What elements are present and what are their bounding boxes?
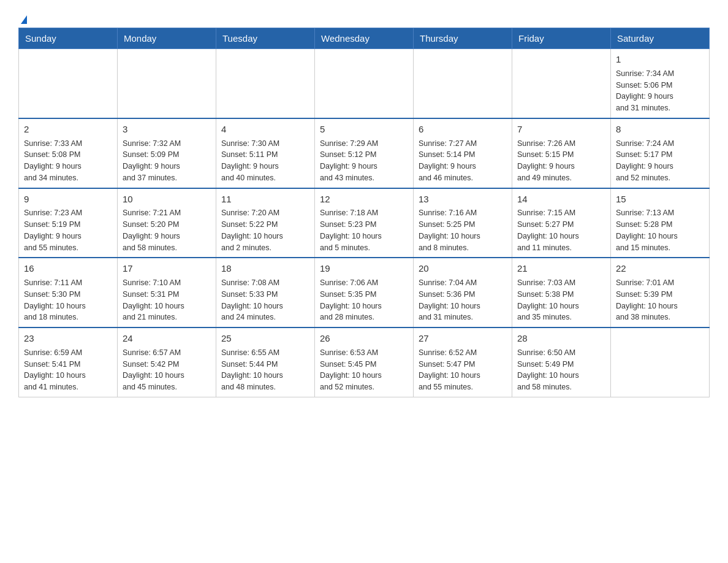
day-number: 24 xyxy=(123,332,211,345)
day-number: 28 xyxy=(517,332,605,345)
day-header-sunday: Sunday xyxy=(19,28,118,49)
day-info: Sunrise: 6:57 AM Sunset: 5:42 PM Dayligh… xyxy=(123,347,211,393)
calendar-cell: 9Sunrise: 7:23 AM Sunset: 5:19 PM Daylig… xyxy=(19,188,118,258)
calendar-cell: 19Sunrise: 7:06 AM Sunset: 5:35 PM Dayli… xyxy=(315,258,414,327)
calendar-cell: 14Sunrise: 7:15 AM Sunset: 5:27 PM Dayli… xyxy=(512,188,611,258)
calendar-cell: 4Sunrise: 7:30 AM Sunset: 5:11 PM Daylig… xyxy=(216,118,315,188)
calendar-header-row: SundayMondayTuesdayWednesdayThursdayFrid… xyxy=(19,28,710,49)
day-number: 7 xyxy=(517,123,605,136)
day-number: 17 xyxy=(123,262,211,275)
calendar-cell: 6Sunrise: 7:27 AM Sunset: 5:14 PM Daylig… xyxy=(414,118,512,188)
calendar-cell: 12Sunrise: 7:18 AM Sunset: 5:23 PM Dayli… xyxy=(315,188,414,258)
day-info: Sunrise: 7:03 AM Sunset: 5:38 PM Dayligh… xyxy=(517,277,605,323)
calendar-cell xyxy=(118,49,216,118)
calendar-week-row: 9Sunrise: 7:23 AM Sunset: 5:19 PM Daylig… xyxy=(19,188,710,258)
calendar-cell xyxy=(611,327,710,397)
day-number: 21 xyxy=(517,262,605,275)
day-info: Sunrise: 7:04 AM Sunset: 5:36 PM Dayligh… xyxy=(419,277,507,323)
calendar-table: SundayMondayTuesdayWednesdayThursdayFrid… xyxy=(18,28,710,397)
day-info: Sunrise: 7:33 AM Sunset: 5:08 PM Dayligh… xyxy=(24,138,112,184)
day-number: 18 xyxy=(221,262,309,275)
day-info: Sunrise: 7:18 AM Sunset: 5:23 PM Dayligh… xyxy=(320,207,408,253)
logo-text xyxy=(18,15,27,24)
calendar-cell xyxy=(512,49,611,118)
day-info: Sunrise: 6:52 AM Sunset: 5:47 PM Dayligh… xyxy=(419,347,507,393)
calendar-cell: 24Sunrise: 6:57 AM Sunset: 5:42 PM Dayli… xyxy=(118,327,216,397)
day-number: 9 xyxy=(24,193,112,206)
day-info: Sunrise: 7:13 AM Sunset: 5:28 PM Dayligh… xyxy=(616,207,704,253)
day-info: Sunrise: 6:53 AM Sunset: 5:45 PM Dayligh… xyxy=(320,347,408,393)
day-header-saturday: Saturday xyxy=(611,28,710,49)
calendar-cell: 11Sunrise: 7:20 AM Sunset: 5:22 PM Dayli… xyxy=(216,188,315,258)
day-info: Sunrise: 7:29 AM Sunset: 5:12 PM Dayligh… xyxy=(320,138,408,184)
day-info: Sunrise: 7:16 AM Sunset: 5:25 PM Dayligh… xyxy=(419,207,507,253)
calendar-cell xyxy=(414,49,512,118)
day-number: 2 xyxy=(24,123,112,136)
day-info: Sunrise: 7:15 AM Sunset: 5:27 PM Dayligh… xyxy=(517,207,605,253)
day-number: 12 xyxy=(320,193,408,206)
day-header-monday: Monday xyxy=(118,28,216,49)
calendar-cell: 27Sunrise: 6:52 AM Sunset: 5:47 PM Dayli… xyxy=(414,327,512,397)
calendar-cell: 28Sunrise: 6:50 AM Sunset: 5:49 PM Dayli… xyxy=(512,327,611,397)
day-header-friday: Friday xyxy=(512,28,611,49)
day-info: Sunrise: 7:24 AM Sunset: 5:17 PM Dayligh… xyxy=(616,138,704,184)
day-info: Sunrise: 7:21 AM Sunset: 5:20 PM Dayligh… xyxy=(123,207,211,253)
day-info: Sunrise: 7:23 AM Sunset: 5:19 PM Dayligh… xyxy=(24,207,112,253)
day-info: Sunrise: 7:32 AM Sunset: 5:09 PM Dayligh… xyxy=(123,138,211,184)
day-header-wednesday: Wednesday xyxy=(315,28,414,49)
day-number: 4 xyxy=(221,123,309,136)
page-header xyxy=(18,12,710,21)
calendar-cell xyxy=(216,49,315,118)
day-number: 27 xyxy=(419,332,507,345)
day-info: Sunrise: 7:01 AM Sunset: 5:39 PM Dayligh… xyxy=(616,277,704,323)
calendar-cell: 23Sunrise: 6:59 AM Sunset: 5:41 PM Dayli… xyxy=(19,327,118,397)
logo xyxy=(18,12,27,21)
calendar-cell xyxy=(19,49,118,118)
day-number: 13 xyxy=(419,193,507,206)
day-number: 19 xyxy=(320,262,408,275)
day-info: Sunrise: 7:27 AM Sunset: 5:14 PM Dayligh… xyxy=(419,138,507,184)
day-number: 8 xyxy=(616,123,704,136)
calendar-week-row: 1Sunrise: 7:34 AM Sunset: 5:06 PM Daylig… xyxy=(19,49,710,118)
calendar-week-row: 16Sunrise: 7:11 AM Sunset: 5:30 PM Dayli… xyxy=(19,258,710,327)
day-number: 5 xyxy=(320,123,408,136)
day-info: Sunrise: 7:06 AM Sunset: 5:35 PM Dayligh… xyxy=(320,277,408,323)
calendar-cell xyxy=(315,49,414,118)
day-info: Sunrise: 6:59 AM Sunset: 5:41 PM Dayligh… xyxy=(24,347,112,393)
day-number: 20 xyxy=(419,262,507,275)
day-number: 1 xyxy=(616,53,704,66)
calendar-cell: 1Sunrise: 7:34 AM Sunset: 5:06 PM Daylig… xyxy=(611,49,710,118)
day-info: Sunrise: 7:11 AM Sunset: 5:30 PM Dayligh… xyxy=(24,277,112,323)
day-number: 11 xyxy=(221,193,309,206)
calendar-cell: 15Sunrise: 7:13 AM Sunset: 5:28 PM Dayli… xyxy=(611,188,710,258)
calendar-cell: 13Sunrise: 7:16 AM Sunset: 5:25 PM Dayli… xyxy=(414,188,512,258)
calendar-cell: 5Sunrise: 7:29 AM Sunset: 5:12 PM Daylig… xyxy=(315,118,414,188)
calendar-cell: 16Sunrise: 7:11 AM Sunset: 5:30 PM Dayli… xyxy=(19,258,118,327)
calendar-cell: 10Sunrise: 7:21 AM Sunset: 5:20 PM Dayli… xyxy=(118,188,216,258)
calendar-week-row: 2Sunrise: 7:33 AM Sunset: 5:08 PM Daylig… xyxy=(19,118,710,188)
day-header-thursday: Thursday xyxy=(414,28,512,49)
day-info: Sunrise: 7:20 AM Sunset: 5:22 PM Dayligh… xyxy=(221,207,309,253)
day-info: Sunrise: 7:30 AM Sunset: 5:11 PM Dayligh… xyxy=(221,138,309,184)
calendar-cell: 21Sunrise: 7:03 AM Sunset: 5:38 PM Dayli… xyxy=(512,258,611,327)
day-number: 16 xyxy=(24,262,112,275)
calendar-cell: 7Sunrise: 7:26 AM Sunset: 5:15 PM Daylig… xyxy=(512,118,611,188)
day-number: 15 xyxy=(616,193,704,206)
day-info: Sunrise: 7:08 AM Sunset: 5:33 PM Dayligh… xyxy=(221,277,309,323)
day-header-tuesday: Tuesday xyxy=(216,28,315,49)
calendar-cell: 22Sunrise: 7:01 AM Sunset: 5:39 PM Dayli… xyxy=(611,258,710,327)
calendar-cell: 25Sunrise: 6:55 AM Sunset: 5:44 PM Dayli… xyxy=(216,327,315,397)
day-number: 3 xyxy=(123,123,211,136)
calendar-cell: 20Sunrise: 7:04 AM Sunset: 5:36 PM Dayli… xyxy=(414,258,512,327)
day-number: 23 xyxy=(24,332,112,345)
day-info: Sunrise: 6:50 AM Sunset: 5:49 PM Dayligh… xyxy=(517,347,605,393)
day-number: 25 xyxy=(221,332,309,345)
calendar-cell: 17Sunrise: 7:10 AM Sunset: 5:31 PM Dayli… xyxy=(118,258,216,327)
day-number: 26 xyxy=(320,332,408,345)
day-number: 10 xyxy=(123,193,211,206)
logo-triangle-icon xyxy=(21,15,27,24)
day-info: Sunrise: 6:55 AM Sunset: 5:44 PM Dayligh… xyxy=(221,347,309,393)
day-number: 14 xyxy=(517,193,605,206)
day-info: Sunrise: 7:26 AM Sunset: 5:15 PM Dayligh… xyxy=(517,138,605,184)
calendar-week-row: 23Sunrise: 6:59 AM Sunset: 5:41 PM Dayli… xyxy=(19,327,710,397)
